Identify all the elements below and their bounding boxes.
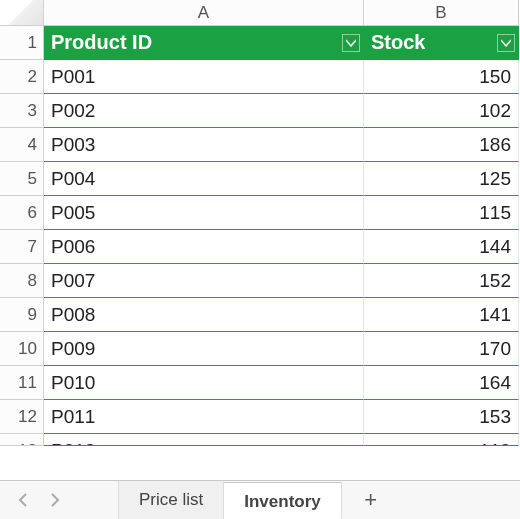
cell-stock[interactable]: 150 [364, 60, 519, 94]
table-row: P005 115 [44, 196, 519, 230]
cell-product-id[interactable]: P005 [44, 196, 364, 230]
cell-stock[interactable]: 152 [364, 264, 519, 298]
sheet-tab-bar: Price list Inventory + [0, 480, 520, 519]
cell-stock[interactable]: 115 [364, 196, 519, 230]
cell-product-id[interactable]: P012 [44, 434, 364, 446]
cell-product-id[interactable]: P008 [44, 298, 364, 332]
sheet-nav-buttons [0, 481, 78, 519]
cell-stock[interactable]: 153 [364, 400, 519, 434]
row-header[interactable]: 12 [0, 400, 44, 434]
chevron-left-icon [17, 493, 29, 507]
table-row: P001 150 [44, 60, 519, 94]
sheet-tabs: Price list Inventory [118, 481, 342, 519]
cell-stock[interactable]: 170 [364, 332, 519, 366]
add-sheet-button[interactable]: + [352, 481, 390, 519]
table-row: P007 152 [44, 264, 519, 298]
row-header[interactable]: 9 [0, 298, 44, 332]
row-header[interactable]: 13 [0, 434, 44, 446]
cells-area: Product ID Stock P001 150 P002 102 P003 … [44, 26, 519, 446]
row-header[interactable]: 1 [0, 26, 44, 60]
filter-button-product-id[interactable] [342, 34, 360, 52]
cell-product-id[interactable]: P001 [44, 60, 364, 94]
chevron-down-icon [501, 39, 511, 47]
table-row: P002 102 [44, 94, 519, 128]
table-row: P009 170 [44, 332, 519, 366]
select-all-corner[interactable] [0, 0, 44, 26]
cell-stock[interactable]: 102 [364, 94, 519, 128]
cell-product-id[interactable]: P011 [44, 400, 364, 434]
cell-stock[interactable]: 141 [364, 298, 519, 332]
cell-product-id[interactable]: P003 [44, 128, 364, 162]
header-label: Product ID [51, 31, 152, 53]
cell-stock[interactable]: 164 [364, 366, 519, 400]
row-header[interactable]: 4 [0, 128, 44, 162]
cell-product-id[interactable]: P004 [44, 162, 364, 196]
row-header[interactable]: 3 [0, 94, 44, 128]
sheet-nav-next[interactable] [46, 491, 64, 509]
table-row: P012 119 [44, 434, 519, 446]
table-row: P010 164 [44, 366, 519, 400]
row-header[interactable]: 5 [0, 162, 44, 196]
cell-stock[interactable]: 186 [364, 128, 519, 162]
sheet-tab-inventory[interactable]: Inventory [224, 482, 342, 519]
sheet-nav-prev[interactable] [14, 491, 32, 509]
table-row: P011 153 [44, 400, 519, 434]
header-cell-stock[interactable]: Stock [364, 26, 519, 60]
sheet-tab-price-list[interactable]: Price list [118, 481, 224, 519]
filter-button-stock[interactable] [497, 34, 515, 52]
cell-product-id[interactable]: P007 [44, 264, 364, 298]
spreadsheet-grid: A B 1 2 3 4 5 6 7 8 9 10 11 12 13 Produc… [0, 0, 520, 480]
table-header-row: Product ID Stock [44, 26, 519, 60]
row-header[interactable]: 7 [0, 230, 44, 264]
header-cell-product-id[interactable]: Product ID [44, 26, 364, 60]
column-headers: A B [44, 0, 519, 26]
chevron-down-icon [346, 39, 356, 47]
row-header[interactable]: 2 [0, 60, 44, 94]
chevron-right-icon [49, 493, 61, 507]
row-header[interactable]: 6 [0, 196, 44, 230]
cell-stock[interactable]: 144 [364, 230, 519, 264]
header-label: Stock [371, 31, 425, 53]
table-row: P004 125 [44, 162, 519, 196]
row-header[interactable]: 11 [0, 366, 44, 400]
cell-product-id[interactable]: P002 [44, 94, 364, 128]
column-header-B[interactable]: B [364, 0, 519, 26]
table-row: P008 141 [44, 298, 519, 332]
cell-product-id[interactable]: P010 [44, 366, 364, 400]
cell-stock[interactable]: 119 [364, 434, 519, 446]
table-row: P003 186 [44, 128, 519, 162]
row-headers: 1 2 3 4 5 6 7 8 9 10 11 12 13 [0, 26, 44, 446]
row-header[interactable]: 10 [0, 332, 44, 366]
cell-product-id[interactable]: P006 [44, 230, 364, 264]
column-header-A[interactable]: A [44, 0, 364, 26]
row-header[interactable]: 8 [0, 264, 44, 298]
cell-product-id[interactable]: P009 [44, 332, 364, 366]
table-row: P006 144 [44, 230, 519, 264]
cell-stock[interactable]: 125 [364, 162, 519, 196]
